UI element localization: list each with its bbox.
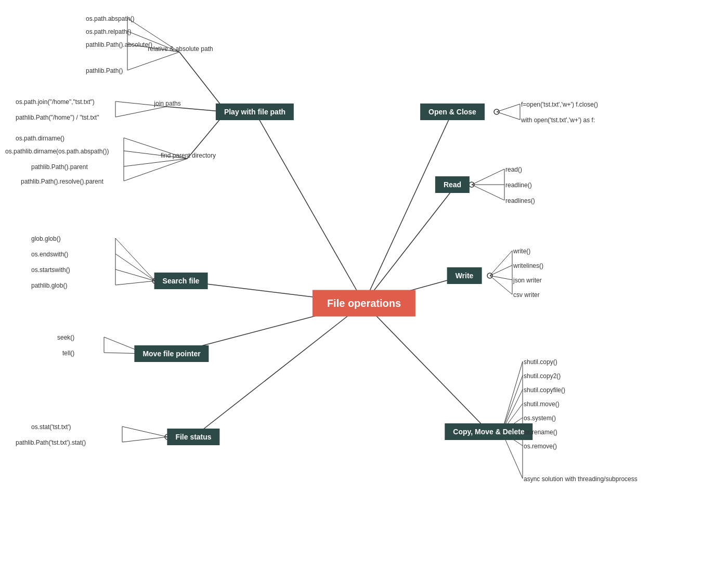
svg-line-37 [115, 281, 155, 285]
move-file-pointer-node: Move file pointer [134, 345, 209, 362]
leaf-pathlib-stat: pathlib.Path('tst.txt').stat() [16, 437, 86, 447]
svg-line-22 [124, 159, 187, 181]
svg-line-8 [179, 52, 226, 112]
leaf-pathlib-parent: pathlib.Path().parent [31, 162, 88, 171]
leaf-seek: seek() [57, 332, 74, 342]
leaf-os-stat: os.stat('tst.txt') [31, 422, 71, 431]
svg-line-0 [255, 112, 364, 303]
join-paths-text: join paths [154, 100, 180, 107]
leaf-pathlib-join: pathlib.Path("/home") / "tst.txt" [16, 112, 99, 122]
svg-line-51 [122, 437, 167, 442]
find-parent-label: find parent directory [161, 150, 216, 160]
leaf-os-endswith: os.endswith() [31, 249, 68, 258]
leaf-shutil-copyfile: shutil.copyfile() [524, 385, 565, 394]
svg-line-26 [497, 112, 520, 120]
leaf-os-remove: os.remove() [524, 441, 557, 450]
relative-absolute-text: relative & absolute path [148, 45, 213, 53]
svg-line-40 [490, 251, 512, 276]
relative-absolute-connector-label: relative & absolute path [148, 44, 213, 53]
open-close-label: Open & Close [420, 104, 485, 120]
svg-line-50 [122, 426, 167, 437]
svg-line-54 [502, 361, 523, 432]
read-node: Read [435, 176, 470, 193]
leaf-readlines: readlines() [505, 196, 535, 205]
svg-line-31 [472, 185, 504, 200]
svg-line-25 [497, 104, 520, 112]
center-node: File operations [313, 290, 415, 317]
center-label: File operations [313, 290, 415, 317]
leaf-shutil-move: shutil.move() [524, 399, 560, 408]
leaf-shutil-copy: shutil.copy() [524, 357, 557, 366]
leaf-shutil-copy2: shutil.copy2() [524, 371, 561, 380]
leaf-with-open: with open('tst.txt','w+') as f: [521, 115, 595, 124]
read-label: Read [435, 176, 470, 193]
leaf-pathlib-absolute: pathlib.Path().absolute() [86, 40, 152, 49]
svg-line-43 [490, 276, 512, 294]
leaf-os-relpath: os.path.relpath() [86, 27, 131, 36]
svg-line-6 [193, 303, 364, 437]
leaf-os-dirname: os.path.dirname() [16, 133, 64, 143]
leaf-pathlib-glob: pathlib.glob() [31, 280, 67, 290]
svg-line-17 [115, 107, 166, 117]
leaf-async-threading: async solution with threading/subprocess [524, 474, 638, 483]
copy-move-delete-node: Copy, Move & Delete [445, 423, 532, 440]
find-parent-text: find parent directory [161, 152, 216, 159]
leaf-read: read() [505, 164, 522, 174]
svg-line-36 [115, 269, 155, 281]
write-label: Write [447, 267, 482, 284]
svg-line-35 [115, 254, 155, 281]
leaf-os-path-join: os.path.join("/home","tst.txt") [16, 97, 95, 106]
svg-line-34 [115, 238, 155, 281]
leaf-pathlib-path: pathlib.Path() [86, 66, 123, 75]
open-close-node: Open & Close [420, 104, 485, 120]
leaf-os-pathlib-dirname: os.pathlib.dirname(os.path.abspath()) [5, 146, 109, 156]
play-file-path-label: Play with file path [216, 104, 294, 120]
join-paths-label: join paths [154, 98, 180, 108]
svg-line-14 [127, 52, 179, 70]
leaf-os-rename: os.rename() [524, 427, 557, 436]
leaf-os-abspath: os.path.abspath() [86, 14, 134, 23]
svg-point-39 [487, 273, 492, 278]
leaf-json-writer: json writer [513, 275, 542, 284]
svg-line-21 [124, 159, 187, 166]
leaf-readline: readline() [505, 180, 532, 189]
svg-line-2 [364, 190, 452, 303]
leaf-write: write() [513, 246, 530, 255]
svg-line-41 [490, 265, 512, 276]
svg-line-29 [472, 169, 504, 185]
leaf-fopen: f=open('tst.txt','w+') f.close() [521, 99, 598, 109]
copy-move-delete-label: Copy, Move & Delete [445, 423, 532, 440]
leaf-os-startswith: os.startswith() [31, 265, 70, 274]
leaf-tell: tell() [62, 348, 74, 357]
move-file-pointer-label: Move file pointer [134, 345, 209, 362]
file-status-node: File status [167, 429, 219, 445]
write-node: Write [447, 267, 482, 284]
search-file-label: Search file [154, 273, 208, 289]
svg-point-24 [494, 109, 499, 114]
file-status-label: File status [167, 429, 219, 445]
leaf-writelines: writelines() [513, 261, 543, 270]
svg-line-1 [364, 112, 452, 303]
leaf-pathlib-resolve-parent: pathlib.Path().resolve().parent [21, 176, 103, 186]
play-file-path-node: Play with file path [216, 104, 294, 120]
leaf-csv-writer: csv writer [513, 290, 540, 299]
search-file-node: Search file [154, 273, 208, 289]
svg-line-7 [364, 303, 489, 432]
svg-line-42 [490, 276, 512, 280]
svg-point-28 [469, 182, 474, 187]
leaf-glob-glob: glob.glob() [31, 234, 61, 243]
leaf-os-system: os.system() [524, 413, 556, 422]
